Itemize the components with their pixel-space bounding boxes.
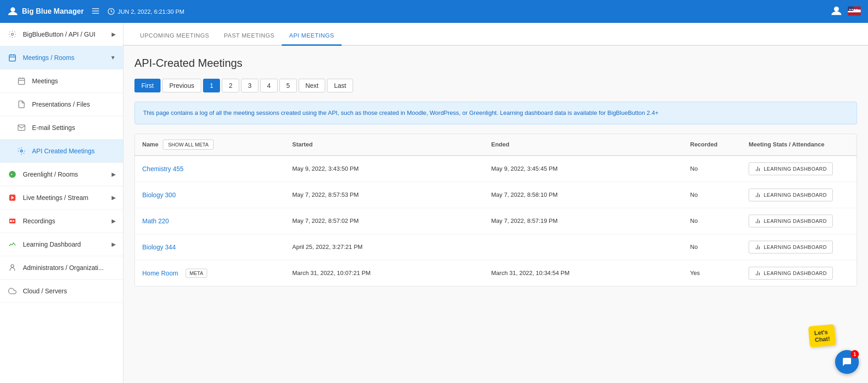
page-1-button[interactable]: 1 [203, 79, 220, 92]
meeting-link-chemistry455[interactable]: Chemistry 455 [142, 165, 183, 173]
brand-icon [7, 6, 18, 17]
header-left: Big Blue Manager JUN 2, 2022, 6:21:30 PM [7, 5, 184, 19]
hamburger-button[interactable] [89, 5, 102, 19]
chevron-down-icon: ▼ [110, 54, 116, 61]
row-4-ended: March 31, 2022, 10:34:54 PM [491, 270, 686, 276]
row-4-started: March 31, 2022, 10:07:21 PM [292, 270, 488, 276]
row-2-dashboard: LEARNING DASHBOARD [749, 215, 849, 227]
meeting-link-homeroom[interactable]: Home Room [142, 270, 178, 277]
col-ended: Ended [491, 141, 686, 148]
info-box: This page contains a log of all the meet… [134, 102, 857, 124]
row-4-name: Home Room META [142, 269, 289, 278]
page-3-button[interactable]: 3 [241, 79, 258, 92]
svg-point-2 [834, 6, 839, 11]
datetime-text: JUN 2, 2022, 6:21:30 PM [118, 8, 184, 15]
dashboard-btn-math220[interactable]: LEARNING DASHBOARD [749, 215, 833, 227]
content-area: UPCOMING MEETINGS PAST MEETINGS API MEET… [123, 23, 868, 383]
svg-rect-13 [18, 78, 25, 85]
row-1-dashboard: LEARNING DASHBOARD [749, 189, 849, 201]
chevron-right-icon2: ▶ [112, 171, 116, 178]
col-stats: Meeting Stats / Attendance [749, 141, 849, 148]
row-0-name: Chemistry 455 [142, 165, 289, 173]
page-prev-button[interactable]: Previous [162, 79, 201, 92]
sidebar-item-meetings-rooms[interactable]: Meetings / Rooms ▼ [0, 46, 123, 70]
sidebar-learning-label: Learning Dashboard [23, 241, 81, 248]
page-5-button[interactable]: 5 [279, 79, 297, 92]
row-0-ended: May 9, 2022, 3:45:45 PM [491, 165, 686, 172]
sidebar-item-presentations[interactable]: Presentations / Files [0, 93, 123, 116]
live-icon [7, 193, 17, 203]
sidebar-api-label: API Created Meetings [32, 147, 95, 155]
dashboard-btn-homeroom[interactable]: LEARNING DASHBOARD [749, 267, 833, 280]
row-1-recorded: No [690, 191, 745, 198]
page-2-button[interactable]: 2 [222, 79, 239, 92]
info-text: This page contains a log of all the meet… [143, 109, 659, 116]
dashboard-btn-chemistry455[interactable]: LEARNING DASHBOARD [749, 162, 833, 175]
page-title: API-Created Meetings [134, 57, 857, 70]
sidebar-live-label: Live Meetings / Stream [23, 194, 88, 201]
chevron-right-icon4: ▶ [112, 218, 116, 224]
table-row: Biology 300 May 7, 2022, 8:57:53 PM May … [135, 182, 857, 208]
table-row: Home Room META March 31, 2022, 10:07:21 … [135, 260, 857, 286]
meta-button-homeroom[interactable]: META [186, 269, 208, 278]
svg-rect-5 [848, 12, 861, 16]
dashboard-btn-biology300[interactable]: LEARNING DASHBOARD [749, 189, 833, 201]
meeting-link-biology344[interactable]: Biology 344 [142, 243, 176, 251]
chart-icon5 [755, 270, 761, 276]
flag-icon-button[interactable]: ★★★★ [848, 6, 861, 17]
sidebar-item-cloud-servers[interactable]: Cloud / Servers [0, 280, 123, 303]
sidebar-item-learning-dashboard[interactable]: Learning Dashboard ▶ [0, 233, 123, 256]
tab-api[interactable]: API MEETINGS [282, 27, 341, 46]
sidebar-item-live-meetings[interactable]: Live Meetings / Stream ▶ [0, 186, 123, 210]
meeting-link-biology300[interactable]: Biology 300 [142, 191, 176, 199]
chevron-right-icon3: ▶ [112, 194, 116, 201]
svg-point-0 [11, 7, 15, 12]
chevron-right-icon: ▶ [112, 31, 116, 38]
sidebar-cloud-label: Cloud / Servers [23, 287, 67, 295]
sidebar-item-greenlight[interactable]: + Greenlight / Rooms ▶ [0, 163, 123, 186]
email-icon [16, 123, 27, 133]
page-next-button[interactable]: Next [299, 79, 326, 92]
admin-icon [7, 263, 17, 273]
row-3-dashboard: LEARNING DASHBOARD [749, 241, 849, 254]
svg-point-25 [11, 264, 14, 267]
sidebar-item-recordings[interactable]: Recordings ▶ [0, 210, 123, 233]
svg-point-23 [10, 220, 12, 222]
tab-past[interactable]: PAST MEETINGS [217, 27, 282, 46]
sidebar-recordings-label: Recordings [23, 217, 55, 225]
chart-icon3 [755, 218, 761, 224]
brand-label: Big Blue Manager [22, 7, 84, 16]
page-first-button[interactable]: First [134, 79, 161, 92]
sidebar-item-administrators[interactable]: Administrators / Organizati... [0, 256, 123, 280]
lets-chat-sticker[interactable]: Let's Chat! [808, 324, 836, 348]
recordings-icon [7, 216, 17, 226]
sidebar-meetings-rooms-label: Meetings / Rooms [23, 54, 75, 61]
sidebar-item-email[interactable]: E-mail Settings [0, 116, 123, 140]
sidebar-item-meetings[interactable]: Meetings [0, 70, 123, 93]
user-icon-button[interactable] [830, 5, 842, 18]
meeting-link-math220[interactable]: Math 220 [142, 217, 169, 225]
table-row: Chemistry 455 May 9, 2022, 3:43:50 PM Ma… [135, 156, 857, 182]
sidebar-email-label: E-mail Settings [32, 124, 75, 131]
page-4-button[interactable]: 4 [260, 79, 278, 92]
row-0-started: May 9, 2022, 3:43:50 PM [292, 165, 488, 172]
sidebar-presentations-label: Presentations / Files [32, 101, 90, 108]
pagination: First Previous 1 2 3 4 5 Next Last [134, 79, 857, 92]
row-0-recorded: No [690, 165, 745, 172]
chat-bubble-button[interactable]: 1 [835, 350, 859, 374]
sidebar-item-api-created[interactable]: API Created Meetings [0, 140, 123, 163]
main-layout: BigBlueButton / API / GUI ▶ Meetings / R… [0, 23, 868, 383]
sidebar-item-bigbluebutton[interactable]: BigBlueButton / API / GUI ▶ [0, 23, 123, 46]
svg-point-17 [21, 150, 23, 152]
show-all-meta-button[interactable]: SHOW ALL META [163, 140, 214, 150]
row-2-recorded: No [690, 217, 745, 224]
user-icon [830, 5, 842, 17]
tabs-bar: UPCOMING MEETINGS PAST MEETINGS API MEET… [123, 23, 868, 46]
page-last-button[interactable]: Last [327, 79, 353, 92]
row-1-started: May 7, 2022, 8:57:53 PM [292, 191, 488, 198]
learning-icon [7, 239, 17, 249]
row-3-recorded: No [690, 243, 745, 250]
sidebar-admin-label: Administrators / Organizati... [23, 264, 104, 271]
tab-upcoming[interactable]: UPCOMING MEETINGS [133, 27, 217, 46]
dashboard-btn-biology344[interactable]: LEARNING DASHBOARD [749, 241, 833, 254]
